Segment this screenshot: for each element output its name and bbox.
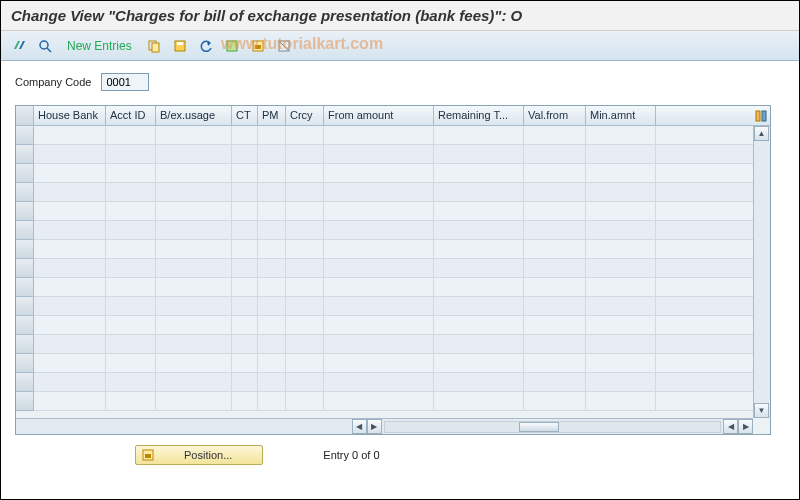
cell[interactable] [106,335,156,354]
cell[interactable] [434,392,524,411]
cell[interactable] [434,145,524,164]
cell[interactable] [324,354,434,373]
cell[interactable] [258,373,286,392]
column-header[interactable]: Min.amnt [586,106,656,126]
cell[interactable] [106,126,156,145]
cell[interactable] [232,373,258,392]
cell[interactable] [586,278,656,297]
cell[interactable] [324,126,434,145]
table-row[interactable] [16,373,770,392]
cell[interactable] [586,126,656,145]
cell[interactable] [324,164,434,183]
cell[interactable] [586,221,656,240]
cell[interactable] [232,126,258,145]
cell[interactable] [232,354,258,373]
table-row[interactable] [16,335,770,354]
cell[interactable] [156,240,232,259]
cell[interactable] [524,392,586,411]
cell[interactable] [586,335,656,354]
column-header[interactable]: B/ex.usage [156,106,232,126]
cell[interactable] [156,354,232,373]
table-row[interactable] [16,221,770,240]
cell[interactable] [586,392,656,411]
cell[interactable] [586,316,656,335]
cell[interactable] [434,354,524,373]
cell[interactable] [286,373,324,392]
select-all-icon[interactable] [222,36,242,56]
cell[interactable] [156,259,232,278]
scroll-right-icon[interactable]: ▶ [367,419,382,434]
cell[interactable] [324,221,434,240]
cell[interactable] [324,392,434,411]
row-selector[interactable] [16,202,34,221]
table-row[interactable] [16,183,770,202]
row-selector[interactable] [16,164,34,183]
table-row[interactable] [16,278,770,297]
column-header[interactable]: Acct ID [106,106,156,126]
cell[interactable] [258,392,286,411]
cell[interactable] [258,183,286,202]
cell[interactable] [324,278,434,297]
cell[interactable] [258,278,286,297]
cell[interactable] [106,164,156,183]
cell[interactable] [34,126,106,145]
cell[interactable] [34,335,106,354]
cell[interactable] [156,335,232,354]
cell[interactable] [586,259,656,278]
cell[interactable] [232,259,258,278]
horizontal-scrollbar[interactable]: ◀ ▶ ◀ ▶ [16,418,753,434]
cell[interactable] [258,221,286,240]
cell[interactable] [232,202,258,221]
cell[interactable] [434,297,524,316]
cell[interactable] [156,316,232,335]
cell[interactable] [286,354,324,373]
cell[interactable] [156,297,232,316]
cell[interactable] [34,354,106,373]
column-header[interactable]: CT [232,106,258,126]
cell[interactable] [232,392,258,411]
cell[interactable] [232,278,258,297]
cell[interactable] [286,202,324,221]
cell[interactable] [324,335,434,354]
cell[interactable] [34,259,106,278]
cell[interactable] [524,183,586,202]
cell[interactable] [232,297,258,316]
table-row[interactable] [16,316,770,335]
cell[interactable] [34,392,106,411]
cell[interactable] [524,164,586,183]
table-row[interactable] [16,259,770,278]
cell[interactable] [324,183,434,202]
scroll-left2-icon[interactable]: ◀ [723,419,738,434]
cell[interactable] [434,202,524,221]
cell[interactable] [286,183,324,202]
cell[interactable] [156,164,232,183]
cell[interactable] [586,297,656,316]
cell[interactable] [156,278,232,297]
cell[interactable] [106,373,156,392]
cell[interactable] [34,240,106,259]
cell[interactable] [524,259,586,278]
cell[interactable] [106,259,156,278]
cell[interactable] [286,297,324,316]
cell[interactable] [34,145,106,164]
cell[interactable] [258,145,286,164]
deselect-all-icon[interactable] [274,36,294,56]
scroll-track[interactable] [384,421,722,433]
cell[interactable] [106,392,156,411]
row-selector[interactable] [16,297,34,316]
row-selector[interactable] [16,316,34,335]
cell[interactable] [156,126,232,145]
cell[interactable] [232,335,258,354]
cell[interactable] [286,278,324,297]
cell[interactable] [258,126,286,145]
cell[interactable] [586,145,656,164]
cell[interactable] [156,392,232,411]
copy-icon[interactable] [144,36,164,56]
scroll-up-icon[interactable]: ▲ [754,126,769,141]
scroll-down-icon[interactable]: ▼ [754,403,769,418]
new-entries-button[interactable]: New Entries [61,39,138,53]
cell[interactable] [586,164,656,183]
table-row[interactable] [16,145,770,164]
table-row[interactable] [16,354,770,373]
cell[interactable] [232,316,258,335]
